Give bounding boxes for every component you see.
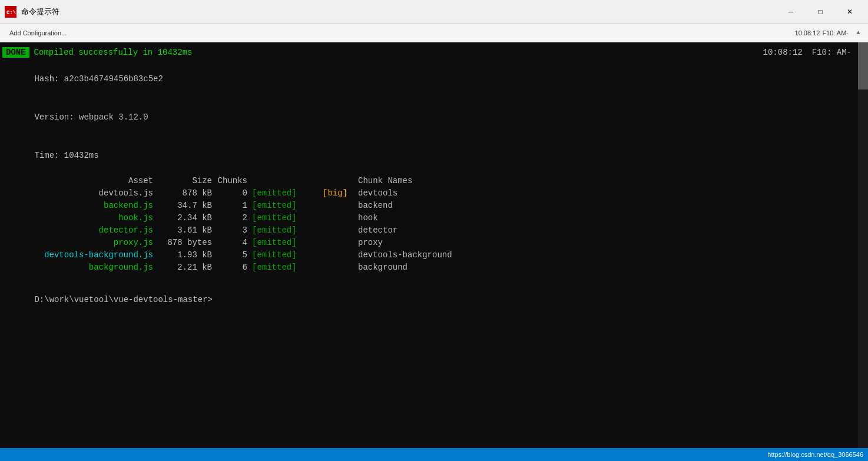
done-line: DONE Compiled successfully in 10432ms: [2, 47, 192, 58]
asset-chunk-name: backend: [358, 200, 393, 212]
asset-name: devtools-background.js: [5, 249, 158, 261]
header-row: Asset Size Chunks Chunk Names: [5, 175, 863, 187]
table-body: devtools.js 878 kB 0 [emitted] [big] dev…: [0, 187, 868, 274]
asset-chunk-name: background: [358, 261, 408, 274]
asset-big: [323, 224, 358, 237]
title-bar: C:\ 命令提示符 ─ □ ✕: [0, 0, 868, 24]
header-size: Size: [158, 175, 217, 187]
asset-emitted: [emitted]: [252, 212, 323, 224]
toolbar-right: 10:08:12 F10: AM-: [795, 29, 849, 37]
asset-big: [big]: [323, 187, 358, 200]
asset-chunk-name: detector: [358, 224, 397, 237]
header-asset: Asset: [5, 175, 158, 187]
hash-label: Hash: a2c3b46749456b83c5e2: [34, 74, 163, 84]
asset-name: detector.js: [5, 224, 158, 237]
asset-emitted: [emitted]: [252, 261, 323, 274]
header-spacer: [252, 175, 358, 187]
asset-big: [323, 212, 358, 224]
minimize-button[interactable]: ─: [777, 3, 804, 21]
header-chunk-names: Chunk Names: [358, 175, 412, 187]
asset-name: hook.js: [5, 212, 158, 224]
asset-size: 878 kB: [158, 187, 217, 200]
asset-chunk-name: devtools-background: [358, 249, 452, 261]
asset-size: 3.61 kB: [158, 224, 217, 237]
status-url: https://blog.csdn.net/qq_3066546: [767, 451, 863, 458]
asset-name: proxy.js: [5, 237, 158, 249]
main-window: C:\ 命令提示符 ─ □ ✕ Add Configuration... 10:…: [0, 0, 868, 461]
asset-chunks: 5: [217, 249, 252, 261]
top-right-info: 10:08:12 F10: AM-: [763, 48, 868, 57]
asset-chunks: 0: [217, 187, 252, 200]
asset-size: 34.7 kB: [158, 200, 217, 212]
done-badge: DONE: [2, 47, 29, 58]
title-bar-controls: ─ □ ✕: [777, 3, 863, 21]
close-button[interactable]: ✕: [836, 3, 863, 21]
done-text: Compiled successfully in 10432ms: [34, 48, 193, 57]
prompt-text: D:\work\vuetool\vue-devtools-master>: [34, 295, 212, 304]
asset-name: devtools.js: [5, 187, 158, 200]
title-bar-left: C:\ 命令提示符: [5, 6, 59, 18]
asset-big: [323, 237, 358, 249]
add-config-button[interactable]: Add Configuration...: [5, 28, 71, 38]
terminal-output[interactable]: DONE Compiled successfully in 10432ms 10…: [0, 42, 868, 448]
toolbar-area: Add Configuration... 10:08:12 F10: AM- ▲: [0, 24, 868, 42]
table-row: hook.js 2.34 kB 2 [emitted] hook: [5, 212, 863, 224]
asset-big: [323, 200, 358, 212]
asset-size: 1.93 kB: [158, 249, 217, 261]
table-row: devtools-background.js 1.93 kB 5 [emitte…: [5, 249, 863, 261]
asset-big: [323, 249, 358, 261]
asset-chunk-name: proxy: [358, 237, 383, 249]
version-label: Version: webpack 3.12.0: [34, 112, 148, 122]
asset-chunks: 1: [217, 200, 252, 212]
hash-line: Hash: a2c3b46749456b83c5e2: [0, 60, 868, 98]
table-row: devtools.js 878 kB 0 [emitted] [big] dev…: [5, 187, 863, 200]
table-header: Asset Size Chunks Chunk Names: [0, 175, 868, 187]
version-line: Version: webpack 3.12.0: [0, 98, 868, 137]
window-title: 命令提示符: [21, 6, 59, 17]
svg-text:C:\: C:\: [6, 10, 16, 16]
table-row: background.js 2.21 kB 6 [emitted] backgr…: [5, 261, 863, 274]
toolbar-timestamp: 10:08:12: [795, 29, 820, 37]
asset-chunks: 2: [217, 212, 252, 224]
asset-chunks: 6: [217, 261, 252, 274]
asset-big: [323, 261, 358, 274]
time-label: Time: 10432ms: [34, 151, 98, 160]
scrollbar-track[interactable]: [858, 42, 868, 448]
scrollbar-thumb[interactable]: [858, 42, 868, 89]
prompt-line: D:\work\vuetool\vue-devtools-master>: [0, 281, 868, 319]
maximize-button[interactable]: □: [807, 3, 834, 21]
asset-emitted: [emitted]: [252, 187, 323, 200]
asset-emitted: [emitted]: [252, 224, 323, 237]
toolbar-am-label: F10: AM-: [822, 29, 849, 37]
asset-size: 2.21 kB: [158, 261, 217, 274]
asset-chunks: 3: [217, 224, 252, 237]
time-line: Time: 10432ms: [0, 137, 868, 175]
toolbar-am-display: F10: AM-: [812, 48, 852, 57]
header-chunks: Chunks: [217, 175, 252, 187]
cmd-icon: C:\: [5, 6, 16, 18]
asset-name: background.js: [5, 261, 158, 274]
status-bar: https://blog.csdn.net/qq_3066546: [0, 448, 868, 461]
scroll-up-button[interactable]: ▲: [853, 24, 863, 42]
table-row: detector.js 3.61 kB 3 [emitted] detector: [5, 224, 863, 237]
asset-chunk-name: devtools: [358, 187, 397, 200]
asset-emitted: [emitted]: [252, 200, 323, 212]
asset-name: backend.js: [5, 200, 158, 212]
asset-size: 2.34 kB: [158, 212, 217, 224]
table-row: proxy.js 878 bytes 4 [emitted] proxy: [5, 237, 863, 249]
asset-size: 878 bytes: [158, 237, 217, 249]
asset-chunks: 4: [217, 237, 252, 249]
asset-emitted: [emitted]: [252, 237, 323, 249]
toolbar-timestamp-display: 10:08:12: [763, 48, 803, 57]
done-line-row: DONE Compiled successfully in 10432ms 10…: [0, 45, 868, 60]
table-row: backend.js 34.7 kB 1 [emitted] backend: [5, 200, 863, 212]
asset-chunk-name: hook: [358, 212, 378, 224]
asset-emitted: [emitted]: [252, 249, 323, 261]
